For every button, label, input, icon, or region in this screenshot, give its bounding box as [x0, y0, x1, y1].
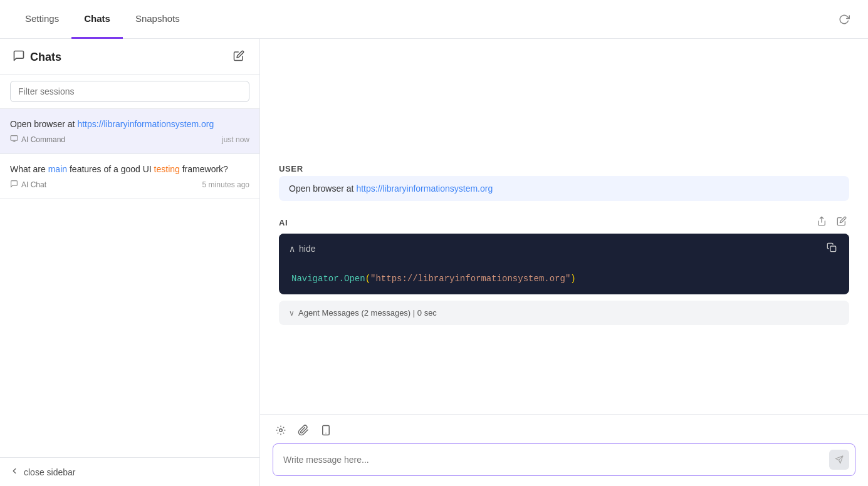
chat-list: Open browser at https://libraryinformati… — [0, 109, 259, 457]
chat-item-1-text: Open browser at https://libraryinformati… — [10, 118, 249, 131]
ai-message-container: ∧ hide Navigator.Open("http — [279, 234, 849, 325]
ai-actions — [814, 214, 849, 231]
svg-point-5 — [280, 429, 283, 432]
agent-messages-label: Agent Messages (2 messages) | 0 sec — [298, 308, 437, 318]
chat-item-2-meta: AI Chat 5 minutes ago — [10, 180, 249, 190]
chat-item-1-type: AI Command — [10, 135, 65, 145]
chat-item-1-meta: AI Command just now — [10, 135, 249, 145]
user-message-url: https://libraryinformationsystem.org — [356, 184, 493, 194]
chat-item-2-text: What are main features of a good UI test… — [10, 163, 249, 176]
sidebar-title: Chats — [13, 49, 61, 65]
chat-input-wrapper — [273, 443, 855, 476]
code-block: ∧ hide Navigator.Open("http — [279, 234, 849, 294]
focus-tool-button[interactable] — [273, 422, 289, 438]
command-icon — [10, 135, 18, 145]
code-keyword: Navigator.Open — [291, 274, 365, 284]
main-content: Chats Open browser at https://libraryinf… — [0, 39, 868, 486]
code-block-toggle[interactable]: ∧ hide — [289, 244, 315, 254]
top-nav: Settings Chats Snapshots — [0, 0, 868, 39]
chat-input-tools — [273, 422, 855, 438]
tab-snapshots[interactable]: Snapshots — [123, 0, 192, 39]
chat-messages: USER Open browser at https://libraryinfo… — [260, 39, 868, 414]
chat-item-2-type: AI Chat — [10, 180, 46, 190]
close-sidebar-label: close sidebar — [24, 467, 76, 477]
ai-label: AI — [279, 218, 288, 227]
code-block-body: Navigator.Open("https://libraryinformati… — [279, 263, 849, 294]
code-block-toggle-label: hide — [299, 244, 315, 254]
attach-tool-button[interactable] — [295, 422, 311, 438]
sidebar-header: Chats — [0, 39, 259, 75]
sidebar: Chats Open browser at https://libraryinf… — [0, 39, 260, 486]
user-message-row: USER Open browser at https://libraryinfo… — [279, 164, 849, 201]
filter-input-wrap — [0, 75, 259, 109]
chevron-up-icon: ∧ — [289, 244, 295, 254]
tab-settings[interactable]: Settings — [13, 0, 71, 39]
chat-input-area — [260, 414, 868, 486]
code-block-header: ∧ hide — [279, 234, 849, 263]
agent-chevron-icon: ∨ — [289, 309, 295, 318]
sidebar-title-text: Chats — [30, 51, 61, 64]
ai-message-header: AI — [279, 214, 849, 231]
user-label: USER — [279, 164, 849, 173]
chat-icon — [13, 49, 25, 65]
chevron-left-icon — [10, 467, 19, 477]
new-chat-button[interactable] — [231, 48, 247, 66]
svg-rect-0 — [11, 136, 18, 141]
code-copy-button[interactable] — [824, 240, 839, 257]
chat-item-1-url: https://libraryinformationsystem.org — [77, 119, 214, 129]
ai-message-row: AI — [279, 214, 849, 325]
tab-chats[interactable]: Chats — [71, 0, 123, 39]
svg-rect-4 — [830, 246, 836, 252]
chat-top-space — [279, 51, 849, 152]
chat-panel: USER Open browser at https://libraryinfo… — [260, 39, 868, 486]
share-button[interactable] — [814, 214, 829, 231]
edit-button[interactable] — [834, 214, 849, 231]
user-message: Open browser at https://libraryinformati… — [279, 176, 849, 201]
refresh-button[interactable] — [833, 8, 855, 31]
agent-messages-row[interactable]: ∨ Agent Messages (2 messages) | 0 sec — [279, 301, 849, 325]
chat-item-2-time: 5 minutes ago — [202, 180, 249, 189]
chat-item-2[interactable]: What are main features of a good UI test… — [0, 154, 259, 199]
chat-bubble-icon — [10, 180, 18, 190]
close-sidebar-button[interactable]: close sidebar — [0, 457, 259, 486]
send-button[interactable] — [829, 450, 849, 470]
chat-input[interactable] — [273, 443, 855, 476]
code-string: "https://libraryinformationsystem.org" — [370, 274, 570, 284]
chat-item-1-time: just now — [222, 135, 249, 144]
chat-item-1[interactable]: Open browser at https://libraryinformati… — [0, 109, 259, 154]
filter-input[interactable] — [10, 81, 249, 102]
phone-tool-button[interactable] — [318, 422, 334, 438]
